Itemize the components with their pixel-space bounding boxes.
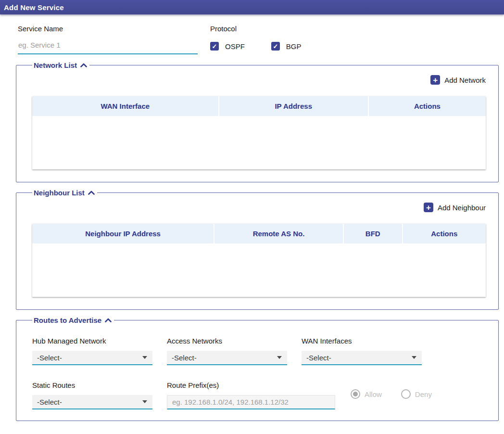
neighbour-table-body-empty bbox=[32, 243, 486, 297]
service-name-field-group: Service Name bbox=[18, 25, 210, 54]
hub-managed-network-select[interactable]: -Select- bbox=[32, 351, 152, 365]
routes-row-1: Hub Managed Network -Select- Access Netw… bbox=[32, 337, 486, 365]
ospf-checkbox-group[interactable]: ✓ OSPF bbox=[210, 42, 245, 51]
network-list-legend-toggle[interactable]: Network List bbox=[32, 61, 89, 69]
add-network-label: Add Network bbox=[444, 76, 486, 84]
wan-interfaces-field-group: WAN Interfaces -Select- bbox=[302, 337, 422, 365]
network-table-body-empty bbox=[32, 116, 486, 169]
network-table-header: WAN Interface IP Address Actions bbox=[32, 96, 486, 116]
plus-icon[interactable]: + bbox=[424, 203, 433, 212]
access-networks-label: Access Networks bbox=[167, 337, 287, 345]
service-name-label: Service Name bbox=[18, 25, 210, 33]
hub-managed-network-field-group: Hub Managed Network -Select- bbox=[32, 337, 152, 365]
neighbour-list-legend-toggle[interactable]: Neighbour List bbox=[32, 189, 97, 197]
deny-radio-label: Deny bbox=[415, 390, 432, 398]
access-networks-select[interactable]: -Select- bbox=[167, 351, 287, 365]
static-routes-field-group: Static Routes -Select- bbox=[32, 381, 152, 409]
ospf-checkbox-label: OSPF bbox=[225, 42, 245, 51]
network-list-section: Network List + Add Network WAN Interface… bbox=[16, 61, 499, 182]
policy-radio-row: Allow Deny bbox=[351, 387, 432, 401]
protocol-label: Protocol bbox=[210, 25, 302, 33]
caret-down-icon bbox=[412, 356, 416, 359]
route-prefixes-label: Route Prefix(es) bbox=[167, 381, 335, 389]
column-header-neighbour-ip-address: Neighbour IP Address bbox=[32, 224, 214, 243]
bgp-checkbox-group[interactable]: ✓ BGP bbox=[271, 42, 302, 51]
protocol-field-group: Protocol ✓ OSPF ✓ BGP bbox=[210, 25, 302, 54]
wan-interfaces-select[interactable]: -Select- bbox=[302, 351, 422, 365]
allow-radio-group[interactable]: Allow bbox=[351, 389, 382, 399]
service-name-input[interactable] bbox=[18, 41, 198, 54]
dialog-header: Add New Service bbox=[0, 0, 504, 14]
allow-radio-label: Allow bbox=[365, 390, 382, 398]
top-form-row: Service Name Protocol ✓ OSPF ✓ BGP bbox=[0, 25, 504, 54]
check-icon[interactable]: ✓ bbox=[271, 42, 280, 51]
route-prefixes-field-group: Route Prefix(es) bbox=[167, 381, 335, 409]
dialog-title: Add New Service bbox=[4, 3, 64, 12]
chevron-up-icon[interactable] bbox=[80, 63, 87, 67]
caret-down-icon bbox=[142, 400, 147, 403]
network-list-legend-label: Network List bbox=[34, 61, 77, 69]
neighbour-table: Neighbour IP Address Remote AS No. BFD A… bbox=[32, 224, 486, 297]
add-neighbour-button[interactable]: + Add Neighbour bbox=[32, 203, 486, 212]
access-networks-field-group: Access Networks -Select- bbox=[167, 337, 287, 365]
radio-unselected-icon[interactable] bbox=[401, 389, 411, 399]
column-header-bfd: BFD bbox=[343, 224, 402, 243]
column-header-remote-as-no: Remote AS No. bbox=[214, 224, 343, 243]
column-header-actions: Actions bbox=[402, 224, 486, 243]
static-routes-label: Static Routes bbox=[32, 381, 152, 389]
caret-down-icon bbox=[277, 356, 282, 359]
routes-to-advertise-legend-label: Routes to Advertise bbox=[34, 316, 101, 324]
plus-icon[interactable]: + bbox=[430, 75, 440, 85]
wan-interfaces-select-value: -Select- bbox=[306, 354, 331, 362]
deny-radio-group[interactable]: Deny bbox=[401, 389, 432, 399]
routes-to-advertise-section: Routes to Advertise Hub Managed Network … bbox=[16, 316, 499, 421]
static-routes-select-value: -Select- bbox=[37, 398, 62, 406]
route-prefixes-input[interactable] bbox=[167, 395, 335, 409]
chevron-up-icon[interactable] bbox=[105, 318, 112, 322]
add-neighbour-label: Add Neighbour bbox=[438, 204, 486, 212]
routes-row-2: Static Routes -Select- Route Prefix(es) … bbox=[32, 381, 486, 421]
bgp-checkbox-label: BGP bbox=[286, 42, 302, 51]
hub-managed-network-select-value: -Select- bbox=[37, 354, 62, 362]
static-routes-select[interactable]: -Select- bbox=[32, 395, 152, 409]
add-network-button[interactable]: + Add Network bbox=[32, 75, 486, 85]
protocol-options: ✓ OSPF ✓ BGP bbox=[210, 42, 302, 51]
column-header-actions: Actions bbox=[368, 96, 486, 116]
routes-to-advertise-legend-toggle[interactable]: Routes to Advertise bbox=[32, 316, 114, 324]
check-icon[interactable]: ✓ bbox=[210, 42, 219, 51]
neighbour-list-legend-label: Neighbour List bbox=[34, 189, 85, 197]
chevron-up-icon[interactable] bbox=[88, 191, 95, 195]
radio-selected-icon[interactable] bbox=[351, 389, 360, 399]
column-header-wan-interface: WAN Interface bbox=[32, 96, 218, 116]
hub-managed-network-label: Hub Managed Network bbox=[32, 337, 152, 345]
column-header-ip-address: IP Address bbox=[218, 96, 368, 116]
caret-down-icon bbox=[142, 356, 147, 359]
neighbour-table-header: Neighbour IP Address Remote AS No. BFD A… bbox=[32, 224, 486, 243]
neighbour-list-section: Neighbour List + Add Neighbour Neighbour… bbox=[16, 189, 499, 310]
wan-interfaces-label: WAN Interfaces bbox=[302, 337, 422, 345]
access-networks-select-value: -Select- bbox=[172, 354, 197, 362]
network-table: WAN Interface IP Address Actions bbox=[32, 96, 486, 169]
